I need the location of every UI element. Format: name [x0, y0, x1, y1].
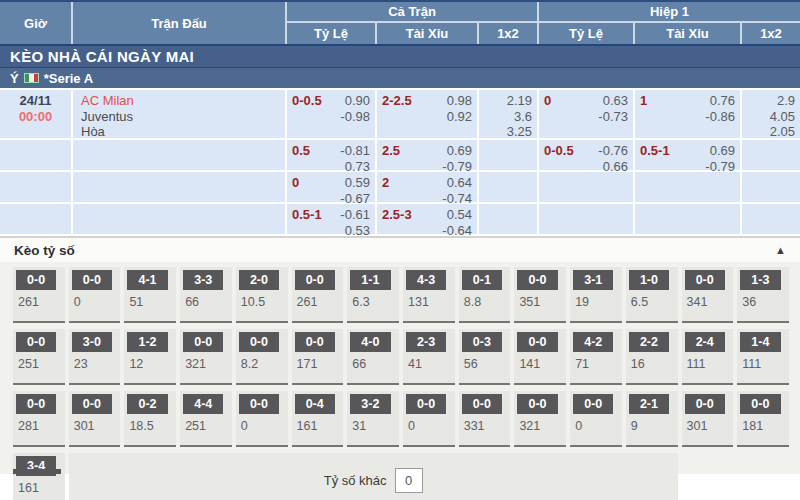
score-button[interactable]: 4-3 [406, 270, 446, 290]
odds-value[interactable]: -0.76 [598, 143, 628, 159]
odds-value[interactable]: 4.05 [770, 109, 795, 125]
score-button[interactable]: 0-0 [295, 270, 335, 290]
odds-value[interactable]: 0.63 [598, 93, 628, 109]
ft-handicap-cell[interactable]: 0.5-1-0.610.53 [287, 204, 377, 234]
score-button[interactable]: 3-2 [350, 394, 390, 414]
score-button[interactable]: 3-3 [183, 270, 223, 290]
h1-handicap-cell[interactable]: 0-0.5-0.760.66 [539, 140, 635, 170]
odds-value[interactable]: 0.69 [705, 143, 735, 159]
score-odds-value: 51 [127, 295, 173, 309]
score-odds-value: 0 [406, 419, 452, 433]
h1-1x2-cell[interactable]: 2.94.052.05 [742, 90, 800, 138]
odds-value[interactable]: 0.53 [340, 223, 370, 239]
score-button[interactable]: 2-3 [406, 332, 446, 352]
odds-value[interactable]: 3.25 [507, 124, 532, 140]
odds-value[interactable]: 0.64 [442, 175, 472, 191]
score-button[interactable]: 0-0 [406, 394, 446, 414]
score-button[interactable]: 0-0 [517, 332, 557, 352]
score-button[interactable]: 1-2 [127, 332, 167, 352]
ft-over-under-cell[interactable]: 2.5-30.54-0.64 [377, 204, 479, 234]
ft-1x2-cell[interactable]: 2.193.63.25 [479, 90, 539, 138]
odds-value[interactable]: 0.90 [340, 93, 370, 109]
odds-value[interactable]: 3.6 [514, 109, 532, 125]
odds-value[interactable]: -0.81 [340, 143, 370, 159]
score-button[interactable]: 2-0 [239, 270, 279, 290]
h1-over-under-cell[interactable]: 0.5-10.69-0.79 [635, 140, 742, 170]
h1-over-under-cell[interactable]: 10.76-0.86 [635, 90, 742, 138]
score-button[interactable]: 0-0 [72, 394, 112, 414]
score-button[interactable]: 0-4 [295, 394, 335, 414]
score-button[interactable]: 0-0 [239, 332, 279, 352]
ft-handicap-cell[interactable]: 0-0.50.90-0.98 [287, 90, 377, 138]
score-button[interactable]: 0-0 [72, 270, 112, 290]
score-button[interactable]: 2-4 [685, 332, 725, 352]
score-button[interactable]: 0-0 [517, 394, 557, 414]
odds-value[interactable]: 0.92 [447, 109, 472, 125]
draw-label[interactable]: Hòa [81, 124, 280, 140]
odds-value[interactable]: 2.05 [770, 124, 795, 140]
score-button[interactable]: 4-1 [127, 270, 167, 290]
match-time: 00:00 [5, 109, 66, 125]
score-button[interactable]: 0-0 [685, 270, 725, 290]
odds-value[interactable]: 0.98 [447, 93, 472, 109]
ft-over-under-cell[interactable]: 2.50.69-0.79 [377, 140, 479, 170]
odds-value[interactable]: 0.69 [442, 143, 472, 159]
handicap-line: 1 [640, 93, 647, 124]
collapse-chevron-up-icon[interactable]: ▲ [775, 244, 786, 256]
score-button[interactable]: 1-3 [740, 270, 780, 290]
odds-value[interactable]: -0.73 [598, 109, 628, 125]
ft-handicap-cell[interactable]: 00.59-0.67 [287, 172, 377, 202]
score-button[interactable]: 0-3 [462, 332, 502, 352]
score-button[interactable]: 0-0 [16, 394, 56, 414]
score-button[interactable]: 0-0 [685, 394, 725, 414]
score-odds-value: 261 [16, 295, 62, 309]
score-button[interactable]: 1-4 [740, 332, 780, 352]
odds-value[interactable]: 2.9 [777, 93, 795, 109]
score-button[interactable]: 2-2 [629, 332, 669, 352]
score-cell: 4-3131 [403, 267, 455, 323]
h1-handicap-cell [539, 204, 635, 234]
score-button[interactable]: 0-2 [127, 394, 167, 414]
score-odds-value: 12 [127, 357, 173, 371]
score-button[interactable]: 0-0 [16, 332, 56, 352]
score-button[interactable]: 0-1 [462, 270, 502, 290]
score-button[interactable]: 4-2 [573, 332, 613, 352]
score-button[interactable]: 1-1 [350, 270, 390, 290]
score-grid-row: 0-02810-03010-218.54-42510-000-41613-231… [13, 391, 789, 447]
other-score-input[interactable]: 0 [395, 468, 423, 493]
league-row[interactable]: Ý *Serie A [0, 68, 800, 90]
score-button[interactable]: 0-0 [183, 332, 223, 352]
odds-value[interactable]: -0.64 [442, 223, 472, 239]
odds-value[interactable]: 2.19 [507, 93, 532, 109]
h1-1x2-cell [742, 172, 800, 202]
score-button[interactable]: 0-0 [573, 394, 613, 414]
odds-value[interactable]: -0.98 [340, 109, 370, 125]
odds-value[interactable]: -0.86 [705, 109, 735, 125]
score-button[interactable]: 0-0 [740, 394, 780, 414]
score-button[interactable]: 4-0 [350, 332, 390, 352]
odds-value[interactable]: 0.76 [705, 93, 735, 109]
odds-value[interactable]: 0.54 [442, 207, 472, 223]
odds-value[interactable]: 0.59 [340, 175, 370, 191]
score-button[interactable]: 2-1 [629, 394, 669, 414]
score-button[interactable]: 0-0 [295, 332, 335, 352]
score-button[interactable]: 1-0 [629, 270, 669, 290]
ft-over-under-cell[interactable]: 20.64-0.74 [377, 172, 479, 202]
section-banner: KÈO NHÀ CÁI NGÀY MAI [0, 44, 800, 68]
odds-value[interactable]: -0.61 [340, 207, 370, 223]
score-cell: 0-08.2 [236, 329, 288, 385]
score-odds-value: 8.8 [462, 295, 508, 309]
score-button[interactable]: 3-1 [573, 270, 613, 290]
score-button[interactable]: 4-4 [183, 394, 223, 414]
h1-handicap-cell[interactable]: 00.63-0.73 [539, 90, 635, 138]
away-team[interactable]: Juventus [81, 109, 280, 125]
ft-handicap-cell[interactable]: 0.5-0.810.73 [287, 140, 377, 170]
score-button[interactable]: 0-0 [16, 270, 56, 290]
ft-over-under-cell[interactable]: 2-2.50.980.92 [377, 90, 479, 138]
score-button[interactable]: 0-0 [239, 394, 279, 414]
home-team[interactable]: AC Milan [81, 93, 280, 109]
score-button[interactable]: 3-0 [72, 332, 112, 352]
score-cell: 0-0171 [292, 329, 344, 385]
score-button[interactable]: 0-0 [462, 394, 502, 414]
score-button[interactable]: 0-0 [517, 270, 557, 290]
